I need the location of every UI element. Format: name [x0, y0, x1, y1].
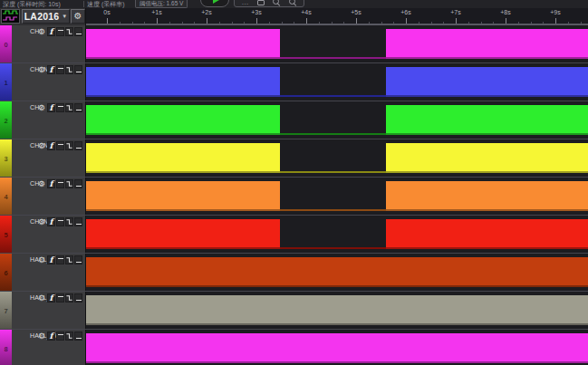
measure-f-icon[interactable]: f: [47, 293, 55, 303]
zoom-in-icon[interactable]: [273, 0, 281, 5]
waveform-lane[interactable]: [86, 139, 588, 177]
falling-edge-icon[interactable]: [65, 179, 73, 188]
waveform-high-segment: [86, 181, 280, 211]
channel-color-stripe[interactable]: 7: [0, 292, 12, 329]
waveform-low-segment: [280, 247, 386, 249]
channel-settings-gear-icon[interactable]: ⚙: [38, 141, 45, 150]
waveform-high-segment: [386, 219, 588, 249]
low-level-icon[interactable]: [74, 255, 82, 264]
waveform-lane[interactable]: [86, 101, 588, 139]
channel-panel-body: HALL_V ⚙ f: [12, 292, 85, 329]
waveform-lane[interactable]: [86, 25, 588, 62]
ruler-tick-major: [256, 18, 257, 24]
falling-edge-icon[interactable]: [65, 331, 73, 341]
channel-color-stripe[interactable]: 4: [0, 178, 12, 215]
chevron-down-icon: ▼: [62, 14, 67, 19]
zoom-out-icon[interactable]: [289, 0, 297, 5]
channel-color-stripe[interactable]: 1: [0, 63, 12, 101]
waveform-lane[interactable]: [86, 292, 588, 329]
high-level-icon[interactable]: [56, 27, 64, 36]
ruler-tick-label: +1s: [151, 9, 161, 15]
waveform-lane[interactable]: [86, 63, 588, 101]
waveform-high-segment: [86, 105, 280, 135]
more-dots-icon[interactable]: …: [241, 0, 249, 5]
channel-settings-gear-icon[interactable]: ⚙: [38, 103, 45, 112]
high-level-icon[interactable]: [56, 65, 64, 74]
low-level-icon[interactable]: [74, 27, 82, 36]
channel-color-stripe[interactable]: 3: [0, 139, 12, 177]
top-toolbar: 深度 (采样时间: 10s) 速度 (采样率) 阈值电压: 1.65 V …: [0, 0, 588, 8]
ruler-tick-minor: [431, 22, 432, 24]
high-level-icon[interactable]: [56, 179, 64, 188]
measure-f-icon[interactable]: f: [47, 217, 55, 226]
high-level-icon[interactable]: [56, 293, 64, 303]
falling-edge-icon[interactable]: [65, 293, 73, 303]
channel-color-stripe[interactable]: 2: [0, 101, 12, 139]
channel-icon-group: ⚙ f: [38, 331, 82, 341]
falling-edge-icon[interactable]: [65, 27, 73, 36]
high-level-icon[interactable]: [56, 255, 64, 264]
channel-panel: 0 CH1 ⚙ f: [0, 25, 86, 62]
waveform-lane[interactable]: [86, 178, 588, 215]
high-level-icon[interactable]: [56, 141, 64, 150]
waveform-lane[interactable]: [86, 254, 588, 291]
toolbar-icon-group: …: [234, 0, 304, 7]
channel-settings-gear-icon[interactable]: ⚙: [38, 27, 45, 36]
waveform-lane[interactable]: [86, 216, 588, 253]
low-level-icon[interactable]: [74, 141, 82, 150]
high-level-icon[interactable]: [56, 217, 64, 226]
low-level-icon[interactable]: [74, 103, 82, 112]
channel-color-stripe[interactable]: 5: [0, 216, 12, 253]
waveform-low-segment: [280, 95, 386, 97]
low-level-icon[interactable]: [74, 65, 82, 74]
high-level-icon[interactable]: [56, 103, 64, 112]
falling-edge-icon[interactable]: [65, 141, 73, 150]
start-capture-button[interactable]: [200, 0, 229, 7]
channel-row: 4 CH3 ⚙ f: [0, 178, 588, 216]
low-level-icon[interactable]: [74, 217, 82, 226]
falling-edge-icon[interactable]: [65, 217, 73, 226]
channel-color-stripe[interactable]: 0: [0, 25, 12, 62]
low-level-icon[interactable]: [74, 293, 82, 303]
channel-number: 0: [0, 40, 12, 48]
low-level-icon[interactable]: [74, 331, 82, 341]
low-level-icon[interactable]: [74, 179, 82, 188]
waveform-low-segment: [280, 133, 386, 135]
time-ruler[interactable]: 0s+1s+2s+3s+4s+5s+6s+7s+8s+9s: [86, 8, 588, 25]
channel-settings-gear-icon[interactable]: ⚙: [38, 293, 45, 303]
channel-settings-gear-icon[interactable]: ⚙: [38, 331, 45, 341]
measure-f-icon[interactable]: f: [47, 331, 55, 341]
ruler-tick-minor: [343, 22, 344, 24]
channel-settings-gear-icon[interactable]: ⚙: [38, 255, 45, 264]
ruler-tick-label: +4s: [301, 9, 311, 15]
channel-settings-gear-icon[interactable]: ⚙: [38, 217, 45, 226]
channel-icon-group: ⚙ f: [38, 103, 82, 112]
channel-color-stripe[interactable]: 6: [0, 254, 12, 291]
channel-color-stripe[interactable]: 8: [0, 330, 12, 365]
high-level-icon[interactable]: [56, 331, 64, 341]
channel-panel-body: CH1 ⚙ f: [12, 25, 85, 62]
measure-f-icon[interactable]: f: [47, 27, 55, 36]
channel-panel: 4 CH3 ⚙ f: [0, 178, 86, 215]
device-settings-button[interactable]: ⚙: [71, 9, 85, 24]
falling-edge-icon[interactable]: [65, 65, 73, 74]
ruler-tick-major: [356, 18, 357, 24]
measure-f-icon[interactable]: f: [47, 103, 55, 112]
channel-settings-gear-icon[interactable]: ⚙: [38, 179, 45, 188]
measure-f-icon[interactable]: f: [47, 179, 55, 188]
save-file-icon[interactable]: [257, 0, 265, 5]
waveform-lane[interactable]: [86, 330, 588, 365]
channel-settings-gear-icon[interactable]: ⚙: [38, 65, 45, 74]
measure-f-icon[interactable]: f: [47, 255, 55, 264]
falling-edge-icon[interactable]: [65, 103, 73, 112]
device-select-dropdown[interactable]: LA2016 ▼: [22, 9, 70, 24]
measure-f-icon[interactable]: f: [47, 141, 55, 150]
falling-edge-icon[interactable]: [65, 255, 73, 264]
channel-panel-body: CH2 ⚙ f: [12, 101, 85, 139]
ruler-tick-label: +5s: [351, 9, 361, 15]
ruler-tick-major: [107, 18, 108, 24]
ruler-tick-minor: [419, 22, 419, 24]
waveform-high-segment: [86, 257, 588, 287]
ruler-tick-label: +9s: [550, 9, 560, 15]
measure-f-icon[interactable]: f: [47, 65, 55, 74]
